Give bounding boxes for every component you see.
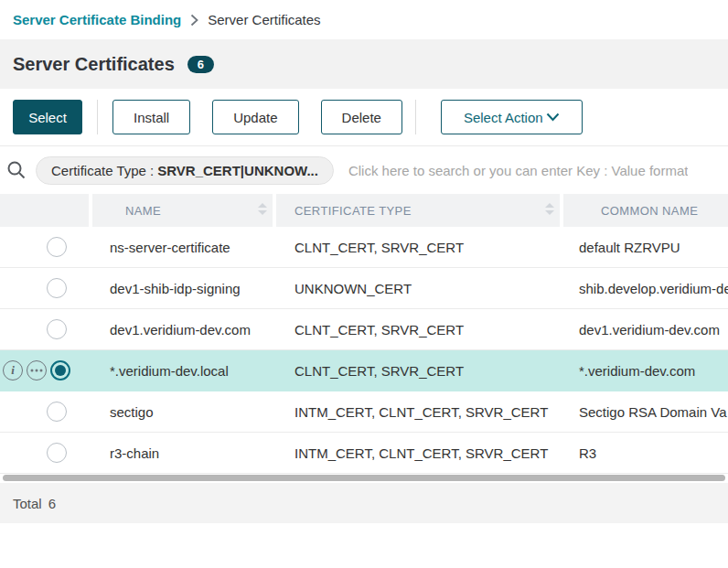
row-cert-type: INTM_CERT, CLNT_CERT, SRVR_CERT [273, 404, 560, 420]
header-cell-certificate-type[interactable]: CERTIFICATE TYPE [276, 194, 560, 227]
select-button[interactable]: Select [13, 100, 82, 134]
install-button[interactable]: Install [112, 100, 190, 134]
row-common-name: *.veridium-dev.com [560, 363, 728, 379]
info-icon[interactable]: i [3, 360, 23, 380]
toolbar: Select Install Update Delete Select Acti… [0, 89, 728, 146]
filter-chip-label: Certificate Type : [51, 163, 154, 178]
toolbar-divider [415, 100, 416, 134]
table-row[interactable]: i *.veridium-dev.local CLNT_CERT, SRVR_C… [0, 350, 728, 391]
row-radio[interactable] [47, 402, 67, 422]
row-icons: i [3, 360, 47, 380]
horizontal-scrollbar[interactable] [3, 475, 725, 481]
header-cell-name[interactable]: NAME [92, 194, 273, 227]
row-cert-type: CLNT_CERT, SRVR_CERT [273, 363, 560, 379]
row-cert-type: CLNT_CERT, SRVR_CERT [273, 322, 560, 338]
row-radio[interactable] [47, 278, 67, 298]
filter-chip[interactable]: Certificate Type : SRVR_CERT|UNKNOW... [36, 156, 334, 185]
row-selector-cell: i [0, 319, 89, 339]
table-row[interactable]: i ns-server-certificate CLNT_CERT, SRVR_… [0, 227, 728, 268]
search-input[interactable]: Click here to search or you can enter Ke… [348, 163, 689, 178]
breadcrumb-current: Server Certificates [208, 12, 320, 27]
row-name: dev1-shib-idp-signing [89, 281, 273, 296]
row-name: ns-server-certificate [89, 240, 273, 255]
row-common-name: default RZRVPU [560, 240, 728, 255]
breadcrumb-link[interactable]: Server Certificate Binding [13, 12, 181, 27]
table-header: NAME CERTIFICATE TYPE COMMON NAME [0, 194, 728, 227]
column-label-name: NAME [125, 204, 161, 218]
row-radio[interactable] [50, 360, 70, 380]
row-radio[interactable] [47, 237, 67, 257]
horizontal-scrollbar-track [0, 474, 728, 482]
chevron-right-icon [190, 14, 198, 27]
delete-button[interactable]: Delete [321, 100, 402, 134]
table-row[interactable]: i dev1-shib-idp-signing UNKNOWN_CERT shi… [0, 268, 728, 309]
row-selector-cell: i [0, 360, 89, 380]
ellipsis-icon[interactable] [27, 360, 47, 380]
toolbar-divider [97, 100, 98, 134]
row-name: *.veridium-dev.local [89, 363, 273, 379]
total-label: Total [13, 496, 42, 511]
row-selector-cell: i [0, 278, 89, 298]
sort-arrows-icon[interactable] [545, 203, 554, 218]
row-common-name: R3 [560, 445, 728, 461]
update-button[interactable]: Update [212, 100, 298, 134]
table-body: i ns-server-certificate CLNT_CERT, SRVR_… [0, 227, 728, 474]
row-name: sectigo [89, 404, 273, 420]
row-common-name: shib.develop.veridium-dev [560, 281, 728, 296]
row-common-name: Sectigo RSA Domain Va [560, 404, 728, 420]
header-cell-radio [0, 194, 89, 227]
page-title: Server Certificates [13, 54, 175, 75]
column-label-common-name: COMMON NAME [601, 204, 698, 218]
row-radio[interactable] [47, 443, 67, 463]
row-cert-type: CLNT_CERT, SRVR_CERT [273, 240, 560, 255]
select-action-label: Select Action [464, 110, 543, 125]
row-common-name: dev1.veridium-dev.com [560, 322, 728, 338]
row-selector-cell: i [0, 402, 89, 422]
sort-arrows-icon[interactable] [258, 203, 267, 218]
table-row[interactable]: i sectigo INTM_CERT, CLNT_CERT, SRVR_CER… [0, 391, 728, 433]
row-name: r3-chain [89, 445, 273, 461]
chevron-down-icon [546, 113, 560, 122]
header-cell-common-name[interactable]: COMMON NAME [563, 194, 728, 227]
row-radio[interactable] [47, 319, 67, 339]
table-row[interactable]: i dev1.veridium-dev.com CLNT_CERT, SRVR_… [0, 309, 728, 350]
search-icon [5, 159, 27, 181]
column-label-certificate-type: CERTIFICATE TYPE [294, 204, 412, 218]
row-selector-cell: i [0, 443, 89, 463]
row-cert-type: INTM_CERT, CLNT_CERT, SRVR_CERT [273, 445, 560, 461]
row-cert-type: UNKNOWN_CERT [273, 281, 560, 296]
table-row[interactable]: i r3-chain INTM_CERT, CLNT_CERT, SRVR_CE… [0, 433, 728, 474]
search-bar: Certificate Type : SRVR_CERT|UNKNOW... C… [0, 146, 728, 194]
total-value: 6 [48, 496, 56, 511]
count-badge: 6 [187, 56, 214, 73]
title-band: Server Certificates 6 [0, 39, 728, 89]
breadcrumb: Server Certificate Binding Server Certif… [0, 0, 728, 39]
select-action-button[interactable]: Select Action [441, 100, 583, 134]
row-name: dev1.veridium-dev.com [89, 322, 273, 338]
table-footer: Total 6 [0, 483, 728, 523]
row-selector-cell: i [0, 237, 89, 257]
filter-chip-value: SRVR_CERT|UNKNOW... [157, 163, 318, 178]
